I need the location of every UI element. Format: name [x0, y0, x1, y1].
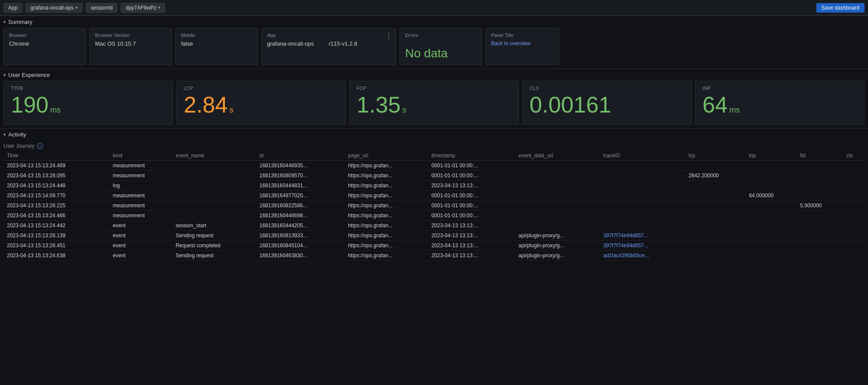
table-cell: 2023-04-13 15:13:24.448 [3, 181, 109, 191]
activity-section-header[interactable]: ▾ Activity [0, 128, 868, 140]
chevron-down-icon-2: ▾ [158, 5, 160, 10]
table-cell [172, 171, 256, 181]
table-cell [685, 251, 746, 261]
table-cell [746, 241, 797, 251]
table-cell [796, 191, 843, 201]
table-row[interactable]: 2023-04-13 15:13:24.442eventsession_star… [3, 221, 865, 231]
table-cell [796, 241, 843, 251]
cls-title: CLS [530, 86, 684, 91]
errors-panel-title: Errors [405, 33, 476, 38]
table-cell: 168139164977020... [256, 191, 344, 201]
table-row[interactable]: 2023-04-13 15:13:24.469measurement168139… [3, 161, 865, 171]
table-cell: api/plugin-proxy/g... [515, 231, 600, 241]
table-cell: 2023-04-13 15:13:28.451 [3, 241, 109, 251]
activity-chevron-icon: ▾ [3, 132, 6, 137]
info-icon[interactable]: i [37, 143, 43, 149]
table-cell [746, 231, 797, 241]
table-cell: 2023-04-13 15:13:28.225 [3, 201, 109, 211]
table-cell: event [109, 251, 172, 261]
table-cell [600, 181, 685, 191]
table-row[interactable]: 2023-04-13 15:14:09.770measurement168139… [3, 191, 865, 201]
table-cell [515, 211, 600, 221]
table-cell: 2023-04-13 13:13:... [428, 241, 515, 251]
table-cell [600, 191, 685, 201]
table-cell[interactable]: ad1fac4290b65ce... [600, 251, 685, 261]
table-cell: 0001-01-01 00:00:... [428, 211, 515, 221]
table-cell [515, 201, 600, 211]
browser-version-panel: Browser Version Mac OS 10.15.7 [89, 28, 172, 65]
table-cell: 168139160446698... [256, 211, 344, 221]
table-cell: 168139160444205... [256, 221, 344, 231]
ttfb-panel: TTFB 190ms [3, 81, 173, 125]
table-cell: 168139160822586... [256, 201, 344, 211]
app-selector[interactable]: App [3, 3, 22, 13]
table-cell [600, 221, 685, 231]
session-value-selector[interactable]: dpy7AF9wPz ▾ [121, 3, 165, 13]
back-to-overview-link[interactable]: Back to overview [491, 40, 531, 46]
table-cell: 2023-04-13 13:13:... [428, 251, 515, 261]
mobile-panel-value: false [181, 40, 252, 47]
table-cell: 2023-04-13 15:13:24.466 [3, 211, 109, 221]
table-cell [796, 231, 843, 241]
table-row[interactable]: 2023-04-13 15:13:24.448log16813916044483… [3, 181, 865, 191]
table-row[interactable]: 2023-04-13 15:13:28.095measurement168139… [3, 171, 865, 181]
table-cell: 0001-01-01 00:00:... [428, 201, 515, 211]
session-label-btn[interactable]: sessionId [86, 3, 118, 13]
summary-chevron-icon: ▾ [3, 20, 6, 24]
errors-no-data: No data [405, 46, 476, 60]
save-dashboard-button[interactable]: Save dashboard [816, 3, 865, 13]
ue-panels: TTFB 190ms LCP 2.84s FCP 1.35s CLS 0.001… [0, 81, 868, 128]
app-value-selector[interactable]: grafana-oncall-ops ▾ [26, 3, 82, 13]
table-cell: 168139160446935... [256, 161, 344, 171]
table-row[interactable]: 2023-04-13 15:13:28.139eventSending requ… [3, 231, 865, 241]
table-cell[interactable]: 397f7f74e94d857... [600, 241, 685, 251]
col-kind: kind [109, 151, 172, 161]
summary-section-header[interactable]: ▾ Summary [0, 16, 868, 28]
table-cell: https://ops.grafan... [344, 191, 428, 201]
panel-menu-icon[interactable]: ⋮ [385, 32, 392, 40]
table-cell [172, 181, 256, 191]
table-cell: measurement [109, 201, 172, 211]
table-cell [843, 231, 865, 241]
col-fid: fid [796, 151, 843, 161]
table-row[interactable]: 2023-04-13 15:13:28.451eventRequest comp… [3, 241, 865, 251]
table-cell [796, 211, 843, 221]
table-cell: measurement [109, 171, 172, 181]
table-cell [796, 221, 843, 231]
table-cell: 0001-01-01 00:00:... [428, 191, 515, 201]
table-cell [600, 161, 685, 171]
app-col2-value: r115-v1.2.8 [329, 40, 390, 47]
cls-panel: CLS 0.00161 [522, 81, 692, 125]
table-cell [685, 221, 746, 231]
app-panel-title: App [267, 33, 390, 38]
panel-title-panel: Panel Title Back to overview [485, 28, 559, 65]
summary-panels: Browser Chrome Browser Version Mac OS 10… [0, 28, 868, 69]
table-cell [843, 241, 865, 251]
col-event-data-url: event_data_url [515, 151, 600, 161]
user-journey-table: Time kind event_name id page_url timesta… [3, 151, 865, 261]
col-page-url: page_url [344, 151, 428, 161]
table-cell [685, 241, 746, 251]
table-cell[interactable]: 397f7f74e94d857... [600, 231, 685, 241]
table-cell: 0001-01-01 00:00:... [428, 161, 515, 171]
table-cell: 168139160809570... [256, 171, 344, 181]
table-cell [685, 181, 746, 191]
chevron-down-icon: ▾ [76, 5, 78, 10]
table-cell: 2023-04-13 15:13:28.139 [3, 231, 109, 241]
col-timestamp: timestamp [428, 151, 515, 161]
table-row[interactable]: 2023-04-13 15:13:28.225measurement168139… [3, 201, 865, 211]
table-cell [796, 171, 843, 181]
table-row[interactable]: 2023-04-13 15:13:24.466measurement168139… [3, 211, 865, 221]
table-header: Time kind event_name id page_url timesta… [3, 151, 865, 161]
app-col-2: r115-v1.2.8 [329, 40, 390, 47]
table-row[interactable]: 2023-04-13 15:13:24.638eventSending requ… [3, 251, 865, 261]
table-cell [685, 211, 746, 221]
table-cell [685, 161, 746, 171]
table-cell: 2023-04-13 15:13:24.469 [3, 161, 109, 171]
activity-section: User Journey i Time kind event_name id p… [0, 140, 868, 261]
table-cell [796, 161, 843, 171]
user-experience-section-header[interactable]: ▾ User Experience [0, 69, 868, 81]
table-cell: 2023-04-13 13:13:... [428, 181, 515, 191]
table-cell [843, 221, 865, 231]
table-cell [600, 211, 685, 221]
